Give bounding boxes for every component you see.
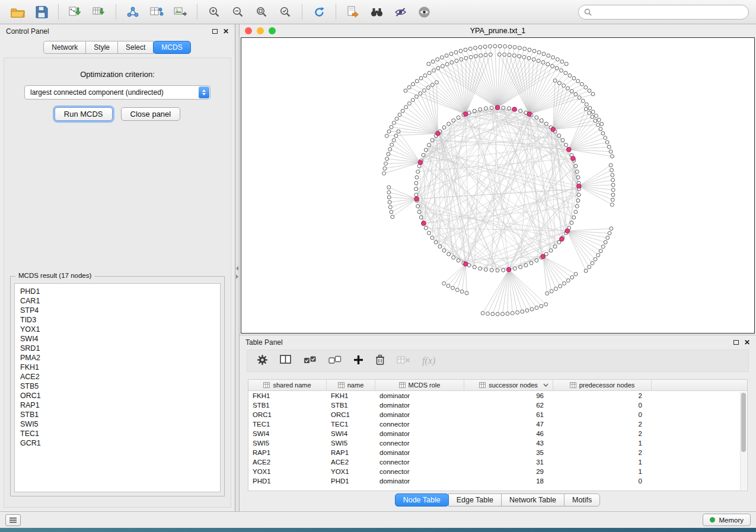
dominator-node[interactable] bbox=[541, 254, 546, 259]
network-node[interactable] bbox=[496, 312, 499, 316]
network-node[interactable] bbox=[540, 305, 543, 308]
network-node[interactable] bbox=[501, 312, 505, 316]
network-node[interactable] bbox=[390, 143, 394, 146]
network-edge[interactable] bbox=[396, 136, 420, 162]
console-toggle-button[interactable] bbox=[5, 514, 21, 526]
network-node[interactable] bbox=[479, 267, 482, 270]
mcds-result-item[interactable]: ACE2 bbox=[20, 372, 215, 382]
network-node[interactable] bbox=[469, 55, 473, 59]
network-node[interactable] bbox=[611, 183, 615, 187]
network-node[interactable] bbox=[611, 193, 615, 197]
import-table-button[interactable] bbox=[88, 2, 110, 21]
network-node[interactable] bbox=[430, 139, 434, 142]
tab-style[interactable]: Style bbox=[85, 41, 118, 54]
network-node[interactable] bbox=[449, 52, 453, 56]
network-node[interactable] bbox=[574, 273, 578, 276]
network-node[interactable] bbox=[392, 139, 395, 142]
network-node[interactable] bbox=[560, 69, 563, 72]
network-node[interactable] bbox=[564, 71, 567, 75]
mcds-result-item[interactable]: TID3 bbox=[20, 315, 215, 325]
network-node[interactable] bbox=[431, 60, 435, 63]
network-node[interactable] bbox=[599, 249, 602, 253]
network-node[interactable] bbox=[588, 106, 592, 110]
tab-mcds[interactable]: MCDS bbox=[153, 41, 190, 54]
network-node[interactable] bbox=[557, 81, 561, 85]
clone-network-button[interactable] bbox=[342, 2, 363, 21]
network-node[interactable] bbox=[479, 46, 482, 49]
dominator-node[interactable] bbox=[571, 156, 576, 161]
network-node[interactable] bbox=[454, 50, 458, 54]
network-node[interactable] bbox=[522, 55, 526, 59]
network-node[interactable] bbox=[423, 73, 427, 77]
export-network-button[interactable] bbox=[122, 2, 143, 21]
mcds-result-item[interactable]: PMA2 bbox=[20, 353, 215, 363]
network-node[interactable] bbox=[388, 200, 391, 204]
mcds-result-item[interactable]: STB1 bbox=[20, 410, 215, 419]
network-node[interactable] bbox=[407, 102, 411, 105]
network-node[interactable] bbox=[570, 275, 574, 279]
tab-motifs[interactable]: Motifs bbox=[564, 493, 600, 507]
network-node[interactable] bbox=[532, 49, 536, 53]
network-node[interactable] bbox=[591, 115, 594, 118]
network-table-button[interactable] bbox=[146, 2, 167, 21]
network-node[interactable] bbox=[596, 254, 600, 257]
network-edge[interactable] bbox=[567, 229, 611, 231]
network-node[interactable] bbox=[546, 291, 549, 295]
dominator-node[interactable] bbox=[464, 262, 468, 267]
network-edge[interactable] bbox=[465, 56, 476, 114]
network-node[interactable] bbox=[435, 81, 439, 84]
network-node[interactable] bbox=[546, 62, 550, 66]
search-input[interactable] bbox=[595, 8, 743, 16]
table-row[interactable]: ORC1ORC1dominator610 bbox=[248, 410, 747, 419]
network-node[interactable] bbox=[564, 62, 568, 66]
network-node[interactable] bbox=[523, 47, 527, 50]
optimization-criterion-select[interactable]: largest connected component (undirected) bbox=[24, 85, 210, 100]
run-mcds-button[interactable]: Run MCDS bbox=[55, 107, 113, 121]
network-node[interactable] bbox=[493, 44, 497, 48]
network-node[interactable] bbox=[512, 54, 516, 57]
network-edge[interactable] bbox=[493, 270, 509, 314]
network-node[interactable] bbox=[611, 198, 614, 201]
network-node[interactable] bbox=[553, 245, 557, 248]
mcds-result-item[interactable]: PHD1 bbox=[20, 287, 215, 296]
network-node[interactable] bbox=[459, 49, 462, 53]
network-node[interactable] bbox=[446, 284, 450, 287]
collapse-left-icon[interactable] bbox=[236, 266, 238, 271]
mcds-result-item[interactable]: RAP1 bbox=[20, 400, 215, 410]
network-node[interactable] bbox=[502, 268, 505, 272]
dominator-node[interactable] bbox=[577, 184, 582, 188]
network-node[interactable] bbox=[553, 79, 557, 82]
network-node[interactable] bbox=[427, 231, 430, 235]
network-node[interactable] bbox=[440, 56, 444, 59]
network-node[interactable] bbox=[401, 109, 404, 113]
table-row[interactable]: YOX1YOX1connector291 bbox=[248, 467, 747, 476]
network-node[interactable] bbox=[481, 312, 484, 315]
network-edge[interactable] bbox=[474, 111, 509, 270]
network-node[interactable] bbox=[442, 126, 446, 129]
network-node[interactable] bbox=[491, 312, 495, 316]
mcds-result-item[interactable]: FKH1 bbox=[20, 363, 215, 372]
network-edge[interactable] bbox=[449, 114, 529, 254]
network-node[interactable] bbox=[578, 96, 581, 100]
search-network-button[interactable] bbox=[366, 2, 387, 21]
table-row[interactable]: STB1STB1dominator620 bbox=[248, 400, 747, 410]
network-node[interactable] bbox=[447, 122, 451, 126]
network-node[interactable] bbox=[591, 92, 595, 96]
network-node[interactable] bbox=[511, 312, 514, 315]
network-node[interactable] bbox=[554, 287, 558, 291]
network-node[interactable] bbox=[506, 312, 509, 315]
network-node[interactable] bbox=[419, 92, 422, 95]
network-edge[interactable] bbox=[567, 231, 592, 264]
mcds-result-item[interactable]: TEC1 bbox=[20, 429, 215, 438]
network-node[interactable] bbox=[611, 178, 615, 182]
network-node[interactable] bbox=[610, 203, 614, 207]
zoom-selected-button[interactable] bbox=[275, 2, 296, 21]
network-node[interactable] bbox=[391, 215, 394, 219]
network-node[interactable] bbox=[502, 106, 505, 110]
network-edge[interactable] bbox=[509, 270, 537, 307]
network-node[interactable] bbox=[518, 46, 522, 50]
show-all-button[interactable] bbox=[413, 2, 435, 21]
network-edge[interactable] bbox=[423, 223, 492, 270]
refresh-button[interactable] bbox=[308, 2, 330, 21]
dominator-node[interactable] bbox=[527, 112, 532, 117]
